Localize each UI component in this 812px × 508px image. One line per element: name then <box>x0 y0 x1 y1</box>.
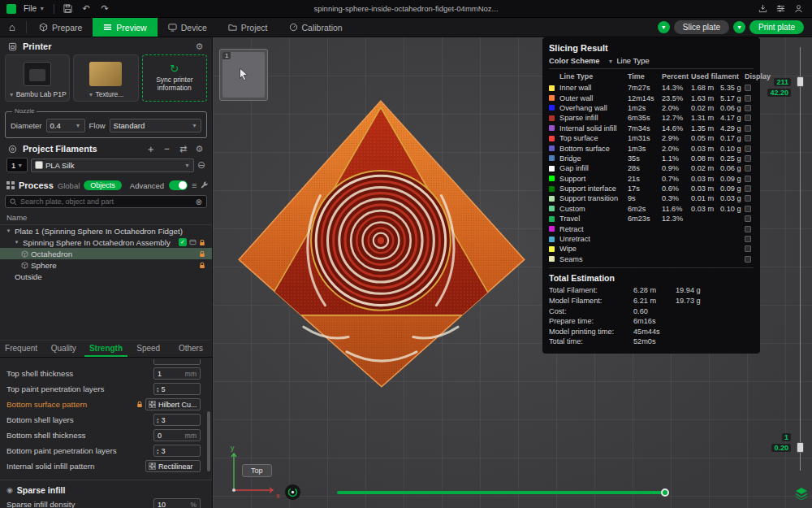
param-list-icon[interactable]: ≡ <box>192 180 197 191</box>
model-octahedron-sliced-top-view[interactable] <box>234 98 533 390</box>
diameter-select[interactable]: 0.4▼ <box>46 119 85 132</box>
search-input[interactable] <box>20 198 192 206</box>
lock-icon[interactable] <box>136 401 143 408</box>
printer-card[interactable]: ▼Bambu Lab P1P <box>5 54 70 102</box>
expander-icon[interactable]: ▾ <box>5 228 12 234</box>
spinner-arrows-icon[interactable]: ▴▾ <box>157 386 159 393</box>
setting-pattern-select[interactable]: Hilbert Cu... <box>145 398 201 410</box>
redo-icon[interactable]: ↷ <box>97 2 112 15</box>
display-checkbox[interactable] <box>745 206 751 212</box>
wrench-icon[interactable] <box>201 180 209 191</box>
setting-spinner[interactable]: ▴▾3 <box>153 414 201 426</box>
import-icon[interactable] <box>755 2 770 15</box>
filament-type-select[interactable]: PLA Silk▼ <box>31 158 194 172</box>
slice-plate-dropdown-icon[interactable]: ▼ <box>658 21 670 33</box>
undo-icon[interactable]: ↶ <box>79 2 93 15</box>
expander-icon[interactable]: ▾ <box>13 239 20 245</box>
file-menu[interactable]: File▼ <box>20 2 48 15</box>
top-layer-height: 42.20 <box>767 89 791 97</box>
tab-project[interactable]: Project <box>218 18 279 37</box>
param-tab-frequent[interactable]: Frequent <box>0 341 42 357</box>
settings-sliders-icon[interactable] <box>773 2 788 15</box>
display-checkbox[interactable] <box>745 105 751 111</box>
display-checkbox[interactable] <box>745 125 751 132</box>
printer-settings-gear-icon[interactable]: ⚙ <box>193 41 205 52</box>
spinner-arrows-icon[interactable]: ▴▾ <box>157 417 159 423</box>
user-icon[interactable] <box>791 2 806 15</box>
tab-calibration[interactable]: Calibration <box>279 18 353 37</box>
setting-spinner[interactable]: ▴▾3 <box>153 445 201 457</box>
global-toggle[interactable]: Global <box>58 181 80 190</box>
objects-toggle[interactable]: Objects <box>84 180 122 190</box>
save-icon[interactable] <box>60 2 75 15</box>
param-tab-quality[interactable]: Quality <box>42 341 84 357</box>
tree-item-plate-1-spinning-sphere-in-octahed[interactable]: ▾Plate 1 (Spinning Sphere In Octahedron … <box>0 225 212 237</box>
param-tab-speed[interactable]: Speed <box>127 341 170 357</box>
print-plate-dropdown-icon[interactable]: ▼ <box>733 21 745 33</box>
tree-item-spinning-sphere-in-octahedron-asse[interactable]: ▾Spinning Sphere In Octahedron Assembly✓ <box>0 237 212 248</box>
flow-select[interactable]: Standard▼ <box>110 119 201 132</box>
build-plate-card[interactable]: ▼Texture... <box>73 54 138 102</box>
param-tab-others[interactable]: Others <box>170 341 212 357</box>
move-slider-track[interactable] <box>337 491 665 494</box>
display-checkbox[interactable] <box>745 245 751 252</box>
plate-thumbnail[interactable]: 1 <box>219 49 268 101</box>
home-icon[interactable]: ⌂ <box>0 18 24 37</box>
setting-spinner[interactable]: ▴▾5 <box>153 383 201 395</box>
preview-viewport[interactable]: 1 <box>213 37 812 508</box>
display-checkbox[interactable] <box>745 236 751 242</box>
lock-icon[interactable] <box>199 262 205 269</box>
display-checkbox[interactable] <box>745 256 751 263</box>
visibility-checkbox[interactable]: ✓ <box>179 238 187 246</box>
setting-pattern-select[interactable]: Rectilinear <box>145 460 201 472</box>
filament-slot[interactable]: 1▼ <box>6 158 28 172</box>
display-checkbox[interactable] <box>745 165 751 172</box>
display-checkbox[interactable] <box>745 145 751 152</box>
display-checkbox[interactable] <box>745 85 751 91</box>
add-filament-icon[interactable]: ＋ <box>145 143 157 154</box>
tree-item-sphere[interactable]: Sphere <box>0 259 212 271</box>
remove-filament-icon[interactable]: − <box>161 143 173 154</box>
display-checkbox[interactable] <box>745 195 751 202</box>
lock-icon[interactable] <box>199 239 205 246</box>
setting-input[interactable]: 10% <box>153 498 201 508</box>
move-slider-handle[interactable] <box>661 488 669 497</box>
tree-item-octahedron[interactable]: Octahedron <box>0 248 212 259</box>
layer-slider-track[interactable] <box>800 47 801 471</box>
display-checkbox[interactable] <box>745 115 751 121</box>
display-checkbox[interactable] <box>745 95 751 102</box>
settings-scrollbar[interactable] <box>207 411 210 471</box>
chevron-down-icon[interactable]: ▼ <box>9 92 15 98</box>
chevron-down-icon[interactable]: ▼ <box>89 92 94 98</box>
line-type-row-wipe: Wipe <box>549 244 754 254</box>
layer-slider-top-handle[interactable] <box>797 76 804 87</box>
display-checkbox[interactable] <box>745 226 751 232</box>
color-scheme-select[interactable]: ▼Line Type <box>608 57 650 65</box>
display-checkbox[interactable] <box>745 215 751 222</box>
clear-search-icon[interactable]: ⊗ <box>196 198 202 206</box>
display-checkbox[interactable] <box>745 185 751 192</box>
setting-input[interactable]: 1mm <box>153 367 201 380</box>
lock-icon[interactable] <box>199 250 205 258</box>
tab-prepare[interactable]: Prepare <box>28 18 93 37</box>
plate-photo <box>89 62 122 86</box>
advanced-toggle[interactable] <box>169 180 188 190</box>
tree-item-outside[interactable]: Outside <box>0 271 212 282</box>
assistant-icon[interactable] <box>284 484 301 501</box>
swap-filament-icon[interactable]: ⇄ <box>177 143 189 154</box>
print-plate-button[interactable]: Print plate <box>749 20 804 34</box>
display-checkbox[interactable] <box>745 155 751 162</box>
layer-slider-bottom-handle[interactable] <box>797 442 804 453</box>
filament-settings-gear-icon[interactable]: ⚙ <box>193 143 205 154</box>
display-checkbox[interactable] <box>745 176 751 182</box>
sync-printer-card[interactable]: ↻ Sync printer information <box>142 54 207 102</box>
tab-device[interactable]: Device <box>158 18 218 37</box>
spinner-arrows-icon[interactable]: ▴▾ <box>157 448 159 454</box>
tab-preview[interactable]: Preview <box>93 18 157 37</box>
setting-input[interactable]: 0mm <box>153 429 201 441</box>
layers-icon[interactable] <box>795 488 808 500</box>
slice-plate-button[interactable]: Slice plate <box>674 20 729 34</box>
display-checkbox[interactable] <box>745 135 751 141</box>
param-tab-strength[interactable]: Strength <box>84 341 127 357</box>
remove-circle-icon[interactable]: ⊖ <box>197 159 205 171</box>
